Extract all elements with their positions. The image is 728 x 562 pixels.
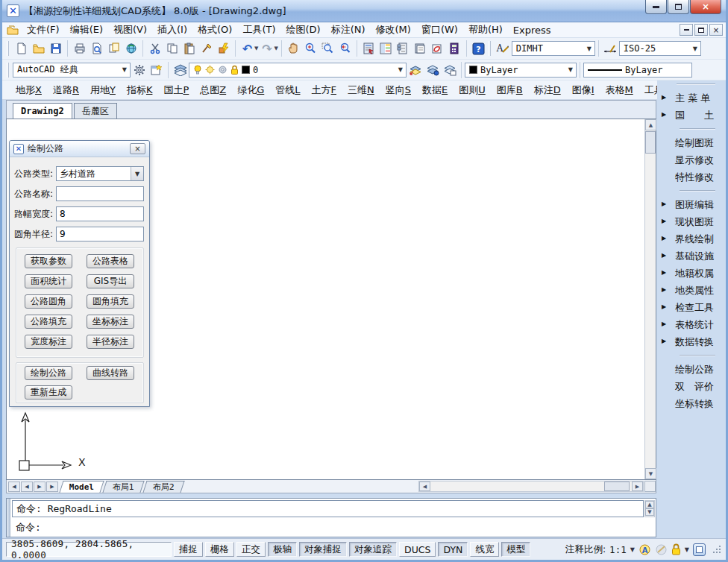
toggle-ortho[interactable]: 正交 bbox=[236, 542, 266, 557]
sidebar-item-check-tools[interactable]: ▶检查工具 bbox=[657, 299, 726, 316]
next-layout-button[interactable]: ▶ bbox=[34, 482, 46, 492]
linetype-combo[interactable]: ByLayer bbox=[583, 63, 692, 78]
chevron-down-icon[interactable]: ▼ bbox=[568, 66, 574, 73]
radius-annotate-button[interactable]: 半径标注 bbox=[87, 335, 134, 349]
sidebar-item-table-stats[interactable]: ▶表格统计 bbox=[657, 316, 726, 333]
menu-insert[interactable]: 插入(I) bbox=[152, 22, 192, 37]
publish-button[interactable] bbox=[105, 40, 122, 57]
sheet-set-manager-button[interactable] bbox=[412, 40, 429, 57]
menu-file[interactable]: 文件(F) bbox=[22, 22, 65, 37]
paste-button[interactable] bbox=[181, 40, 198, 57]
copy-button[interactable] bbox=[163, 40, 181, 57]
dim-style-combo[interactable]: ISO-25 ▼ bbox=[619, 41, 701, 56]
menu-format[interactable]: 格式(O) bbox=[192, 22, 237, 37]
first-layout-button[interactable]: ◀ bbox=[8, 482, 20, 492]
toggle-model[interactable]: 模型 bbox=[501, 542, 530, 557]
open-file-button[interactable] bbox=[30, 40, 47, 57]
color-combo[interactable]: ByLayer ▼ bbox=[465, 63, 577, 78]
draw-road-button[interactable]: 绘制公路 bbox=[25, 366, 72, 380]
coordinate-readout[interactable]: 3805.8609, 2804.5865, 0.0000 bbox=[6, 542, 172, 557]
help-button[interactable]: ? bbox=[470, 40, 487, 57]
scroll-right-button[interactable]: ▶ bbox=[632, 482, 643, 491]
curve-to-road-button[interactable]: 曲线转路 bbox=[87, 366, 134, 380]
toggle-dyn[interactable]: DYN bbox=[438, 542, 468, 557]
quick-calc-button[interactable] bbox=[446, 40, 463, 57]
menu-dimension-cn[interactable]: 标注D bbox=[530, 82, 565, 98]
menu-draw[interactable]: 绘图(D) bbox=[281, 22, 326, 37]
workspace-combo[interactable]: AutoCAD 经典 ▼ bbox=[13, 63, 131, 78]
zoom-previous-button[interactable] bbox=[336, 40, 354, 57]
zoom-window-button[interactable] bbox=[319, 40, 336, 57]
mdi-close-button[interactable]: × bbox=[709, 24, 723, 36]
resize-grip[interactable] bbox=[712, 545, 722, 555]
layer-properties-button[interactable] bbox=[172, 61, 189, 78]
sidebar-item-cadastral[interactable]: ▶地籍权属 bbox=[657, 265, 726, 282]
sidebar-item-coord-convert[interactable]: 坐标转换 bbox=[657, 395, 726, 412]
zoom-realtime-button[interactable] bbox=[302, 40, 319, 57]
scroll-left-button[interactable]: ◀ bbox=[419, 482, 430, 491]
menu-national-land[interactable]: 国土P bbox=[159, 82, 193, 98]
sidebar-item-current-patch[interactable]: ▶现状图斑 bbox=[657, 213, 726, 230]
menu-vertical[interactable]: 竖向S bbox=[381, 82, 415, 98]
command-window-grip[interactable] bbox=[7, 499, 10, 537]
make-object-layer-current-button[interactable] bbox=[407, 61, 424, 78]
chevron-down-icon[interactable]: ▼ bbox=[685, 546, 689, 553]
width-annotate-button[interactable]: 宽度标注 bbox=[25, 335, 72, 349]
vertical-scrollbar[interactable]: ▲ ▼ bbox=[644, 119, 656, 479]
fillet-radius-input[interactable] bbox=[56, 227, 144, 241]
doc-tab-yuelu[interactable]: 岳麓区 bbox=[74, 103, 117, 119]
menu-pipeline[interactable]: 管线L bbox=[271, 82, 304, 98]
menu-terrain[interactable]: 地形X bbox=[11, 82, 46, 98]
design-center-button[interactable] bbox=[377, 40, 395, 57]
menu-modify[interactable]: 修改(M) bbox=[371, 22, 416, 37]
get-params-button[interactable]: 获取参数 bbox=[25, 254, 72, 268]
command-prompt[interactable]: 命令: bbox=[12, 520, 41, 536]
chevron-down-icon[interactable]: ▼ bbox=[131, 167, 143, 180]
horizontal-scrollbar[interactable]: ◀ ▶ bbox=[418, 481, 644, 492]
chevron-down-icon[interactable]: ▼ bbox=[398, 66, 404, 73]
chevron-down-icon[interactable]: ▼ bbox=[122, 66, 128, 73]
toggle-osnap[interactable]: 对象捕捉 bbox=[299, 542, 347, 557]
road-fillet-button[interactable]: 公路圆角 bbox=[25, 294, 72, 309]
close-button[interactable]: × bbox=[690, 0, 721, 14]
menu-edit[interactable]: 编辑(E) bbox=[65, 22, 108, 37]
menu-image[interactable]: 图像I bbox=[568, 82, 599, 98]
dialog-title-bar[interactable]: ✕ 绘制公路 × bbox=[10, 141, 149, 157]
tab-layout1[interactable]: 布局1 bbox=[103, 481, 145, 493]
road-type-combo[interactable]: 乡村道路 ▼ bbox=[56, 166, 144, 181]
chevron-down-icon[interactable]: ▼ bbox=[630, 546, 635, 553]
horizontal-scroll-thumb[interactable] bbox=[604, 482, 630, 491]
sidebar-item-main-menu[interactable]: ▶主 菜 单 bbox=[657, 89, 726, 107]
markup-button[interactable] bbox=[429, 40, 446, 57]
sidebar-item-property-modify[interactable]: 特性修改 bbox=[657, 168, 726, 186]
annotation-visibility-icon[interactable]: A bbox=[638, 543, 651, 556]
save-button[interactable] bbox=[47, 40, 64, 57]
command-history[interactable]: 命令: RegRoadLine bbox=[12, 500, 644, 517]
mdi-minimize-button[interactable] bbox=[680, 24, 693, 36]
sidebar-item-draw-highway[interactable]: 绘制公路 bbox=[657, 361, 726, 378]
text-style-combo[interactable]: DIMHT ▼ bbox=[512, 41, 595, 56]
workspace-settings-button[interactable] bbox=[131, 61, 148, 78]
sidebar-item-data-convert[interactable]: ▶数据转换 bbox=[657, 333, 726, 350]
menu-road[interactable]: 道路R bbox=[48, 82, 84, 98]
model-space-canvas[interactable]: Y X ▲ ▼ ✕ 绘制公路 × 公路类型: 乡村道路 bbox=[6, 119, 656, 480]
mdi-restore-button[interactable] bbox=[694, 24, 708, 36]
sidebar-item-draw-patch[interactable]: 绘制图斑 bbox=[657, 134, 726, 151]
layer-previous-button[interactable] bbox=[441, 61, 458, 78]
fillet-fill-button[interactable]: 圆角填充 bbox=[87, 294, 134, 309]
road-name-input[interactable] bbox=[56, 186, 144, 201]
toolbar-grip[interactable] bbox=[489, 41, 491, 56]
dialog-close-button[interactable]: × bbox=[130, 143, 145, 154]
toggle-grid[interactable]: 栅格 bbox=[205, 542, 234, 557]
road-fill-button[interactable]: 公路填充 bbox=[25, 315, 72, 329]
menu-tools[interactable]: 工具(T) bbox=[237, 22, 280, 37]
dim-style-button[interactable] bbox=[602, 40, 619, 57]
toolbar-grip[interactable] bbox=[7, 41, 9, 56]
toggle-ducs[interactable]: DUCS bbox=[399, 542, 436, 557]
annotation-scale-value[interactable]: 1:1 bbox=[609, 544, 627, 555]
command-scrollbar[interactable]: ▲ ▼ bbox=[644, 500, 655, 517]
layer-states-button[interactable] bbox=[424, 61, 441, 78]
menu-window[interactable]: 窗口(W) bbox=[416, 22, 463, 37]
gis-export-button[interactable]: GIS导出 bbox=[87, 274, 134, 288]
road-width-input[interactable] bbox=[56, 206, 144, 221]
